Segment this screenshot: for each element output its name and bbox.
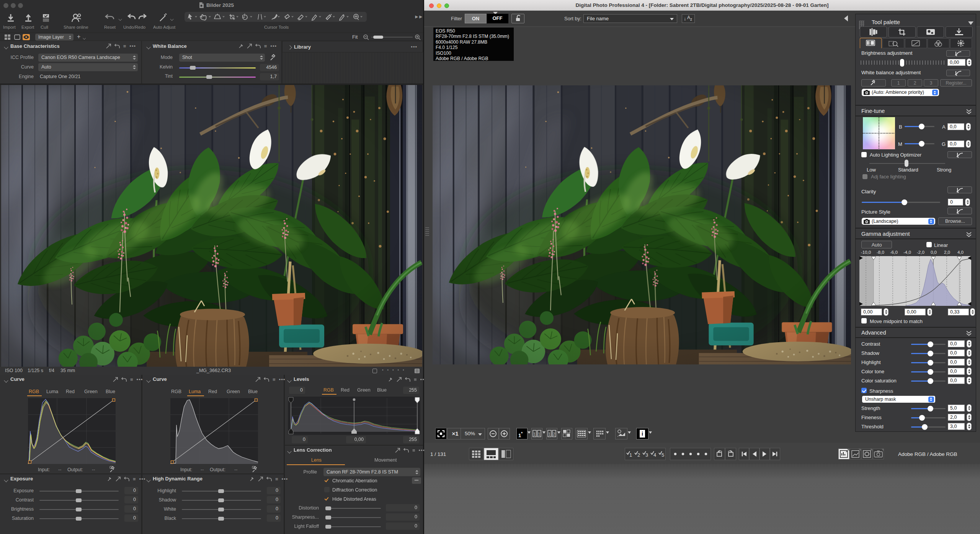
svg-text:1: 1: [629, 452, 632, 458]
svg-text:i: i: [642, 431, 643, 437]
svg-text:1: 1: [534, 432, 536, 436]
svg-text:2: 2: [637, 452, 640, 458]
svg-text:1: 1: [549, 432, 551, 436]
svg-text:4: 4: [653, 452, 656, 458]
svg-text:1: 1: [538, 432, 541, 436]
svg-text:2: 2: [553, 432, 555, 436]
svg-text:3: 3: [645, 452, 648, 458]
svg-text:5: 5: [662, 452, 664, 458]
